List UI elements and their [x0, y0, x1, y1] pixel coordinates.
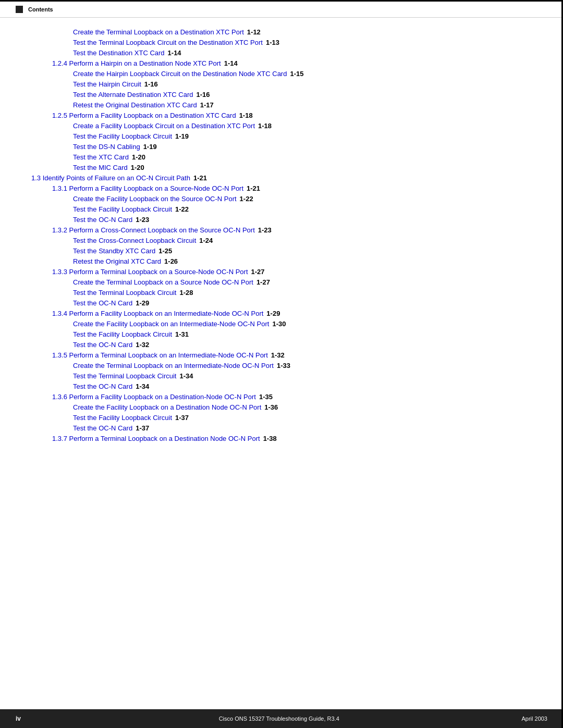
- header-square-icon: [16, 6, 23, 13]
- toc-entry: Create the Terminal Loopback on a Destin…: [73, 28, 532, 36]
- toc-page-number: 1-30: [272, 320, 286, 328]
- toc-link[interactable]: 1.3.4 Perform a Facility Loopback on an …: [52, 310, 263, 317]
- toc-link[interactable]: Test the Facility Loopback Circuit: [73, 414, 172, 422]
- toc-entry: Test the Facility Loopback Circuit1-31: [73, 330, 532, 338]
- toc-page-number: 1-14: [224, 59, 238, 67]
- toc-entry: Test the OC-N Card1-32: [73, 341, 532, 349]
- toc-link[interactable]: Test the Facility Loopback Circuit: [73, 132, 172, 140]
- toc-link[interactable]: Retest the Original Destination XTC Card: [73, 101, 197, 109]
- toc-entry: 1.3.3 Perform a Terminal Loopback on a S…: [52, 268, 532, 276]
- toc-link[interactable]: Test the MIC Card: [73, 164, 128, 171]
- toc-link[interactable]: 1.2.4 Perform a Hairpin on a Destination…: [52, 59, 221, 67]
- toc-entry: Test the OC-N Card1-23: [73, 216, 532, 224]
- toc-link[interactable]: Create the Facility Loopback on a Destin…: [73, 403, 261, 411]
- toc-entry: Test the Standby XTC Card1-25: [73, 247, 532, 255]
- footer-date: April 2003: [521, 715, 547, 722]
- toc-page-number: 1-19: [175, 132, 189, 140]
- toc-page-number: 1-31: [175, 330, 189, 338]
- toc-page-number: 1-16: [144, 80, 158, 88]
- toc-link[interactable]: 1.3.6 Perform a Facility Loopback on a D…: [52, 393, 256, 401]
- toc-link[interactable]: Retest the Original XTC Card: [73, 257, 161, 265]
- toc-link[interactable]: 1.2.5 Perform a Facility Loopback on a D…: [52, 112, 236, 119]
- toc-page-number: 1-13: [266, 39, 279, 46]
- toc-entry: Retest the Original XTC Card1-26: [73, 257, 532, 265]
- toc-entry: Test the Hairpin Circuit1-16: [73, 80, 532, 88]
- toc-entry: Create a Facility Loopback Circuit on a …: [73, 122, 532, 130]
- toc-entry: Test the MIC Card1-20: [73, 164, 532, 171]
- toc-page-number: 1-21: [247, 184, 260, 192]
- toc-link[interactable]: 1.3.3 Perform a Terminal Loopback on a S…: [52, 268, 248, 276]
- toc-link[interactable]: 1.3.7 Perform a Terminal Loopback on a D…: [52, 435, 260, 442]
- toc-link[interactable]: Test the Cross-Connect Loopback Circuit: [73, 237, 196, 244]
- toc-link[interactable]: 1.3.5 Perform a Terminal Loopback on an …: [52, 351, 268, 359]
- toc-page-number: 1-20: [131, 164, 144, 171]
- toc-link[interactable]: Test the Alternate Destination XTC Card: [73, 91, 193, 98]
- toc-link[interactable]: 1.3.1 Perform a Facility Loopback on a S…: [52, 184, 243, 192]
- toc-page-number: 1-22: [175, 205, 189, 213]
- toc-page-number: 1-35: [259, 393, 273, 401]
- toc-entry: Test the Facility Loopback Circuit1-22: [73, 205, 532, 213]
- toc-page-number: 1-27: [256, 278, 270, 286]
- toc-link[interactable]: 1.3.2 Perform a Cross-Connect Loopback o…: [52, 226, 255, 234]
- toc-entry: Test the DS-N Cabling1-19: [73, 143, 532, 151]
- toc-page-number: 1-16: [197, 91, 210, 98]
- toc-link[interactable]: 1.3 Identify Points of Failure on an OC-…: [31, 174, 190, 182]
- toc-page-number: 1-20: [132, 153, 145, 161]
- toc-link[interactable]: Test the OC-N Card: [73, 382, 132, 390]
- toc-entry: 1.2.5 Perform a Facility Loopback on a D…: [52, 112, 532, 119]
- toc-link[interactable]: Test the DS-N Cabling: [73, 143, 140, 151]
- toc-link[interactable]: Create the Hairpin Loopback Circuit on t…: [73, 70, 287, 78]
- toc-page-number: 1-32: [136, 341, 149, 349]
- toc-page-number: 1-27: [251, 268, 265, 276]
- toc-entry: Test the OC-N Card1-37: [73, 424, 532, 432]
- toc-content: Create the Terminal Loopback on a Destin…: [0, 18, 563, 487]
- toc-link[interactable]: Create the Terminal Loopback on a Destin…: [73, 28, 244, 36]
- toc-link[interactable]: Test the OC-N Card: [73, 341, 132, 349]
- toc-page-number: 1-32: [271, 351, 285, 359]
- top-border: [0, 0, 563, 2]
- toc-entry: Test the Alternate Destination XTC Card1…: [73, 91, 532, 98]
- toc-entry: 1.3.1 Perform a Facility Loopback on a S…: [52, 184, 532, 192]
- toc-link[interactable]: Test the Standby XTC Card: [73, 247, 155, 255]
- toc-link[interactable]: Test the OC-N Card: [73, 424, 132, 432]
- toc-entry: Test the Terminal Loopback Circuit on th…: [73, 39, 532, 46]
- toc-page-number: 1-37: [175, 414, 189, 422]
- footer-title: Cisco ONS 15327 Troubleshooting Guide, R…: [36, 715, 521, 722]
- toc-link[interactable]: Create the Facility Loopback on an Inter…: [73, 320, 269, 328]
- toc-page-number: 1-25: [158, 247, 172, 255]
- toc-link[interactable]: Test the Facility Loopback Circuit: [73, 205, 172, 213]
- toc-page-number: 1-38: [263, 435, 277, 442]
- toc-link[interactable]: Test the Hairpin Circuit: [73, 80, 141, 88]
- toc-link[interactable]: Create the Terminal Loopback on a Source…: [73, 278, 253, 286]
- toc-entry: 1.3.2 Perform a Cross-Connect Loopback o…: [52, 226, 532, 234]
- toc-page-number: 1-22: [240, 195, 253, 203]
- toc-page-number: 1-24: [199, 237, 213, 244]
- toc-page-number: 1-19: [143, 143, 157, 151]
- toc-link[interactable]: Test the XTC Card: [73, 153, 129, 161]
- toc-link[interactable]: Test the OC-N Card: [73, 216, 132, 224]
- toc-page-number: 1-29: [266, 310, 280, 317]
- toc-link[interactable]: Create the Facility Loopback on the Sour…: [73, 195, 237, 203]
- toc-page-number: 1-28: [179, 289, 193, 297]
- toc-link[interactable]: Test the Terminal Loopback Circuit on th…: [73, 39, 263, 46]
- toc-entry: Test the Facility Loopback Circuit1-19: [73, 132, 532, 140]
- toc-entry: Test the XTC Card1-20: [73, 153, 532, 161]
- header-label: Contents: [28, 6, 53, 13]
- toc-link[interactable]: Test the Terminal Loopback Circuit: [73, 372, 176, 380]
- toc-page-number: 1-34: [179, 372, 193, 380]
- page-footer: iv Cisco ONS 15327 Troubleshooting Guide…: [0, 709, 563, 728]
- toc-page-number: 1-17: [200, 101, 214, 109]
- toc-entry: Test the Facility Loopback Circuit1-37: [73, 414, 532, 422]
- toc-link[interactable]: Test the OC-N Card: [73, 299, 132, 307]
- toc-link[interactable]: Test the Facility Loopback Circuit: [73, 330, 172, 338]
- toc-link[interactable]: Test the Terminal Loopback Circuit: [73, 289, 176, 297]
- toc-entry: 1.2.4 Perform a Hairpin on a Destination…: [52, 59, 532, 67]
- toc-page-number: 1-14: [168, 49, 181, 57]
- toc-entry: Test the Terminal Loopback Circuit1-28: [73, 289, 532, 297]
- toc-page-number: 1-34: [136, 382, 149, 390]
- toc-link[interactable]: Create the Terminal Loopback on an Inter…: [73, 362, 274, 369]
- toc-link[interactable]: Test the Destination XTC Card: [73, 49, 165, 57]
- toc-entry: Retest the Original Destination XTC Card…: [73, 101, 532, 109]
- toc-entry: 1.3.5 Perform a Terminal Loopback on an …: [52, 351, 532, 359]
- toc-link[interactable]: Create a Facility Loopback Circuit on a …: [73, 122, 255, 130]
